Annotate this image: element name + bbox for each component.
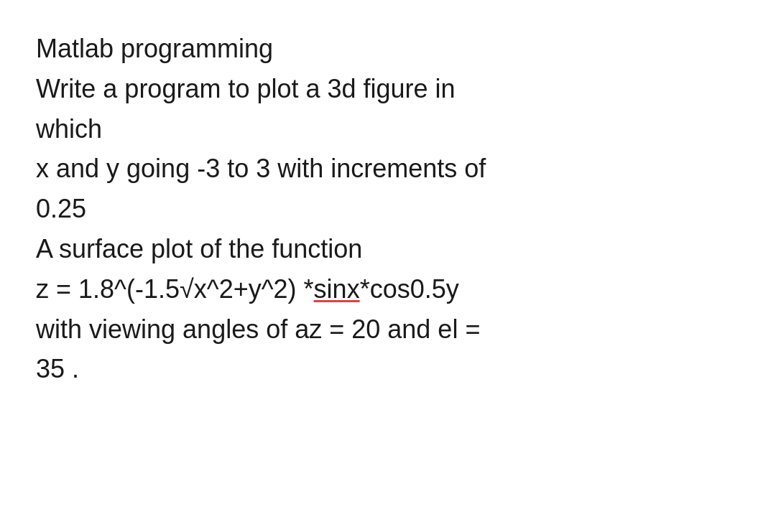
- line-5: A surface plot of the function: [36, 229, 486, 269]
- line-4: 0.25: [36, 189, 486, 229]
- title-line: Matlab programming: [36, 29, 486, 69]
- line-1: Write a program to plot a 3d figure in: [36, 69, 486, 109]
- line-8: 35 .: [36, 349, 486, 389]
- sinx-text: sinx: [314, 274, 360, 304]
- line-3: x and y going -3 to 3 with increments of: [36, 149, 486, 189]
- line-6-pre: z = 1.8^(-1.5√x^2+y^2) *: [36, 274, 314, 304]
- line-2: which: [36, 109, 486, 149]
- line-6-post: *cos0.5y: [360, 274, 459, 304]
- line-7: with viewing angles of az = 20 and el =: [36, 309, 486, 350]
- main-content: Matlab programming Write a program to pl…: [36, 29, 486, 389]
- line-6: z = 1.8^(-1.5√x^2+y^2) *sinx*cos0.5y: [36, 269, 486, 309]
